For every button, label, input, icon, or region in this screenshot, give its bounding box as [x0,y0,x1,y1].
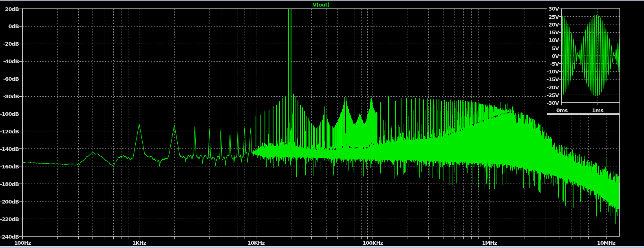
main-x-tick-label: 100KHz [348,240,397,246]
main-y-tick-label: -240dB [0,234,19,240]
inset-y-tick-label: 30V [549,6,559,12]
main-y-tick-label: -100dB [0,111,19,117]
main-y-tick-label: -200dB [0,199,19,205]
inset-y-tick-label: -20V [547,84,559,91]
main-y-tick-label: -20dB [3,41,19,47]
main-y-tick-label: -180dB [0,181,19,188]
main-x-tick-label: 100Hz [0,240,47,246]
main-y-tick-label: -160dB [0,164,19,170]
inset-y-tick-label: 10V [549,37,559,44]
inset-y-tick-label: -10V [547,69,559,75]
main-x-tick-label: 1MHz [465,240,514,246]
main-y-tick-label: -120dB [0,128,19,135]
main-y-tick-label: -80dB [3,93,19,100]
inset-y-tick-label: 20V [549,22,559,28]
inset-y-tick-label: -30V [547,100,559,106]
inset-y-tick-label: 0V [552,53,559,60]
window-border-top-dark [0,1,644,1]
main-y-tick-label: 20dB [5,6,19,13]
main-y-tick-label: -40dB [3,58,19,65]
inset-x-tick-label: 1ms [581,107,614,114]
main-x-tick-label: 10MHz [582,240,631,246]
main-y-tick-label: -140dB [0,146,19,153]
inset-y-tick-label: 25V [549,14,559,20]
plot-canvas[interactable] [0,0,644,248]
trace-title: V(out) [280,2,362,8]
inset-y-tick-label: -25V [547,92,559,99]
inset-y-tick-label: 15V [549,29,559,36]
main-x-tick-label: 10KHz [232,240,280,246]
inset-x-tick-label: 0ms [546,107,578,114]
main-y-tick-label: -220dB [0,216,19,223]
waveform-viewer-pane: V(out) 20dB0dB-20dB-40dB-60dB-80dB-100dB… [0,0,644,248]
inset-y-tick-label: -15V [547,76,559,83]
main-y-tick-label: 0dB [8,23,19,30]
main-x-tick-label: 1KHz [115,240,163,246]
main-y-tick-label: -60dB [3,76,19,82]
inset-y-tick-label: 5V [552,45,559,52]
inset-y-tick-label: -5V [550,61,559,67]
